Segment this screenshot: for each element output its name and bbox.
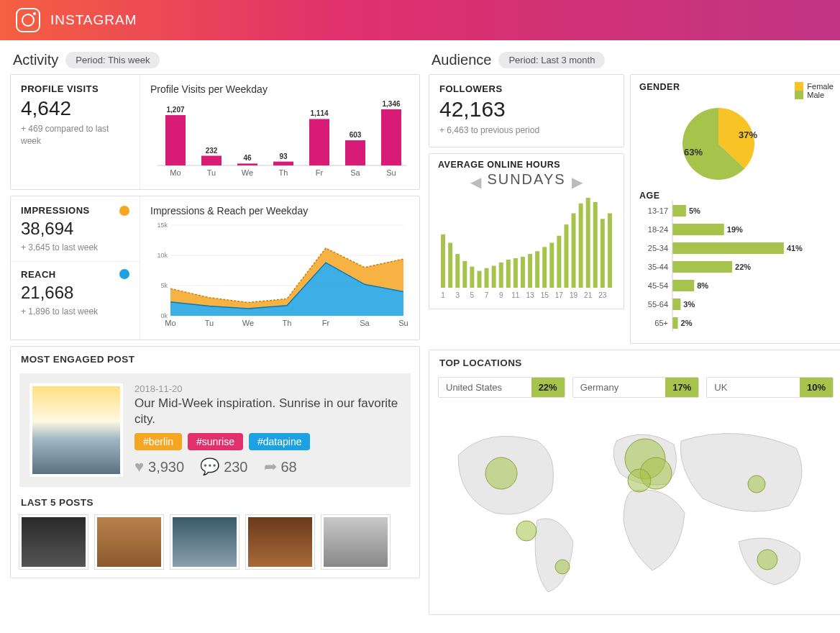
svg-text:93: 93 bbox=[279, 152, 288, 160]
svg-rect-1 bbox=[165, 115, 186, 165]
svg-rect-54 bbox=[564, 224, 568, 288]
svg-rect-43 bbox=[485, 268, 489, 287]
svg-point-103 bbox=[757, 550, 777, 570]
next-day-button[interactable]: ▶ bbox=[566, 173, 588, 191]
gender-pie-chart: 37%63% bbox=[639, 99, 826, 186]
impressions-sub: + 3,645 to last week bbox=[21, 242, 129, 254]
svg-rect-94 bbox=[672, 317, 678, 329]
svg-text:1,346: 1,346 bbox=[382, 100, 400, 108]
post-thumb[interactable] bbox=[95, 515, 163, 569]
svg-rect-91 bbox=[672, 299, 680, 310]
top-locations-card: TOP LOCATIONS United States22%Germany17%… bbox=[429, 350, 840, 615]
svg-text:232: 232 bbox=[206, 147, 218, 155]
svg-text:19: 19 bbox=[570, 291, 578, 299]
svg-rect-52 bbox=[549, 242, 554, 288]
svg-text:21: 21 bbox=[584, 291, 593, 299]
svg-text:15: 15 bbox=[541, 291, 549, 299]
svg-rect-51 bbox=[542, 247, 547, 288]
svg-rect-85 bbox=[672, 261, 732, 273]
svg-text:1,114: 1,114 bbox=[310, 109, 328, 117]
followers-card: FOLLOWERS 42,163 + 6,463 to previous per… bbox=[429, 74, 624, 147]
svg-rect-48 bbox=[521, 257, 525, 288]
svg-text:Tu: Tu bbox=[207, 168, 216, 177]
svg-text:603: 603 bbox=[350, 131, 362, 139]
prev-day-button[interactable]: ◀ bbox=[465, 173, 487, 191]
svg-text:We: We bbox=[242, 168, 253, 177]
post-thumb[interactable] bbox=[170, 515, 239, 569]
svg-text:Su: Su bbox=[386, 168, 396, 177]
post-text: Our Mid-Week inspiration. Sunrise in our… bbox=[134, 396, 401, 427]
svg-text:23: 23 bbox=[598, 291, 607, 299]
legend-female: Female bbox=[807, 82, 834, 91]
most-engaged-title: MOST ENGAGED POST bbox=[11, 347, 419, 369]
svg-text:3: 3 bbox=[455, 291, 460, 299]
svg-rect-59 bbox=[601, 219, 605, 288]
online-day: SUNDAYS bbox=[487, 170, 565, 195]
svg-text:9: 9 bbox=[499, 291, 503, 299]
post-likes: ♥3,930 bbox=[134, 457, 184, 476]
most-engaged-post[interactable]: 2018-11-20 Our Mid-Week inspiration. Sun… bbox=[19, 373, 411, 487]
post-tag[interactable]: #datapine bbox=[249, 433, 311, 450]
post-comments: 💬230 bbox=[200, 457, 247, 476]
profile-visits-card: PROFILE VISITS 4,642 + 469 compared to l… bbox=[10, 74, 420, 190]
location-pill[interactable]: UK10% bbox=[706, 377, 834, 398]
post-date: 2018-11-20 bbox=[134, 383, 401, 394]
online-hours-title: AVERAGE ONLINE HOURS bbox=[438, 160, 615, 170]
impressions-reach-card: IMPRESSIONS 38,694 + 3,645 to last week … bbox=[10, 196, 420, 340]
legend-male: Male bbox=[807, 91, 824, 99]
last5-title: LAST 5 POSTS bbox=[11, 494, 419, 512]
post-thumb[interactable] bbox=[246, 515, 314, 569]
reach-label: REACH bbox=[21, 269, 56, 280]
followers-value: 42,163 bbox=[439, 97, 613, 122]
svg-rect-79 bbox=[672, 224, 724, 235]
svg-text:5%: 5% bbox=[689, 206, 700, 215]
svg-text:Mo: Mo bbox=[170, 168, 181, 177]
svg-point-97 bbox=[485, 457, 517, 489]
svg-rect-49 bbox=[528, 254, 532, 288]
post-thumb[interactable] bbox=[321, 515, 390, 569]
reach-color-dot bbox=[119, 269, 129, 279]
svg-rect-19 bbox=[381, 109, 401, 165]
age-title: AGE bbox=[639, 191, 834, 201]
post-thumb[interactable] bbox=[19, 515, 88, 569]
activity-period-pill[interactable]: Period: This week bbox=[65, 52, 160, 68]
svg-rect-41 bbox=[470, 267, 474, 288]
audience-period-pill[interactable]: Period: Last 3 month bbox=[498, 52, 605, 68]
svg-rect-82 bbox=[672, 242, 784, 254]
svg-text:We: We bbox=[242, 319, 254, 327]
svg-text:Sa: Sa bbox=[350, 168, 360, 177]
svg-rect-4 bbox=[201, 156, 222, 165]
svg-text:Su: Su bbox=[398, 319, 408, 327]
svg-rect-58 bbox=[593, 202, 598, 288]
svg-rect-50 bbox=[535, 251, 539, 288]
reach-value: 21,668 bbox=[21, 283, 129, 303]
svg-text:Tu: Tu bbox=[205, 319, 214, 327]
svg-text:46: 46 bbox=[243, 154, 252, 162]
svg-text:Mo: Mo bbox=[165, 319, 175, 327]
svg-rect-13 bbox=[309, 119, 329, 165]
impressions-color-dot bbox=[119, 206, 129, 216]
svg-text:7: 7 bbox=[485, 291, 489, 299]
svg-rect-44 bbox=[492, 265, 496, 287]
app-header: INSTAGRAM bbox=[0, 0, 840, 40]
activity-title: Activity bbox=[13, 52, 58, 68]
impressions-label: IMPRESSIONS bbox=[21, 205, 90, 216]
top-locations-title: TOP LOCATIONS bbox=[429, 350, 840, 373]
svg-text:5: 5 bbox=[470, 291, 475, 299]
location-pill[interactable]: Germany17% bbox=[572, 377, 700, 398]
svg-rect-10 bbox=[273, 162, 293, 165]
svg-text:55-64: 55-64 bbox=[648, 300, 668, 309]
demographics-card: GENDER Female Male 37%63% AGE 13-175%18-… bbox=[630, 74, 840, 344]
location-pill[interactable]: United States22% bbox=[438, 377, 565, 398]
svg-text:17: 17 bbox=[555, 291, 564, 299]
profile-visits-sub: + 469 compared to last week bbox=[21, 123, 129, 147]
svg-text:Sa: Sa bbox=[360, 319, 370, 327]
audience-header: Audience Period: Last 3 month bbox=[432, 52, 840, 68]
impressions-reach-area-chart: 0k5k10k15kMoTuWeThFrSaSu bbox=[150, 221, 409, 329]
post-tag[interactable]: #berlin bbox=[134, 433, 182, 450]
svg-rect-88 bbox=[672, 280, 694, 291]
post-tag[interactable]: #sunrise bbox=[188, 433, 243, 450]
svg-text:15k: 15k bbox=[157, 222, 168, 229]
svg-text:1,207: 1,207 bbox=[166, 106, 184, 114]
svg-rect-46 bbox=[506, 260, 511, 288]
